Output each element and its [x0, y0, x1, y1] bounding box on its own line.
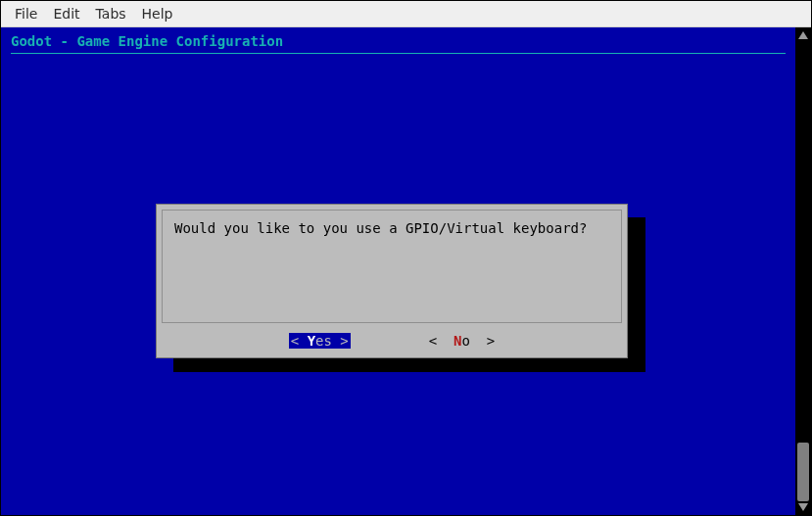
yes-button-rest: es > [315, 333, 349, 349]
no-button-left: < [429, 333, 454, 349]
menu-help[interactable]: Help [134, 3, 181, 24]
scroll-down-icon[interactable] [798, 503, 808, 511]
terminal-title-rule [11, 53, 786, 54]
yes-button[interactable]: < Yes > [289, 333, 351, 349]
content-area: Godot - Game Engine Configuration Would … [1, 27, 811, 515]
terminal-title: Godot - Game Engine Configuration [11, 33, 786, 49]
scroll-up-icon[interactable] [798, 31, 808, 39]
no-button-rest: o > [462, 333, 496, 349]
dialog: Would you like to you use a GPIO/Virtual… [156, 204, 628, 358]
dialog-button-row: < Yes > < No > [157, 328, 627, 357]
scrollbar-track[interactable] [797, 39, 809, 503]
no-button[interactable]: < No > [429, 333, 495, 349]
terminal-pane[interactable]: Godot - Game Engine Configuration Would … [1, 27, 795, 515]
scrollbar-thumb[interactable] [797, 443, 809, 501]
menubar: File Edit Tabs Help [1, 1, 811, 27]
app-window: File Edit Tabs Help Godot - Game Engine … [0, 0, 812, 516]
menu-file[interactable]: File [7, 3, 45, 24]
no-button-hotkey: N [454, 333, 461, 349]
menu-tabs[interactable]: Tabs [88, 3, 134, 24]
yes-button-left: < [291, 333, 308, 349]
dialog-message: Would you like to you use a GPIO/Virtual… [162, 210, 622, 323]
dialog-wrapper: Would you like to you use a GPIO/Virtual… [156, 204, 628, 358]
menu-edit[interactable]: Edit [45, 3, 87, 24]
scrollbar-vertical[interactable] [795, 27, 811, 515]
yes-button-hotkey: Y [308, 333, 315, 349]
